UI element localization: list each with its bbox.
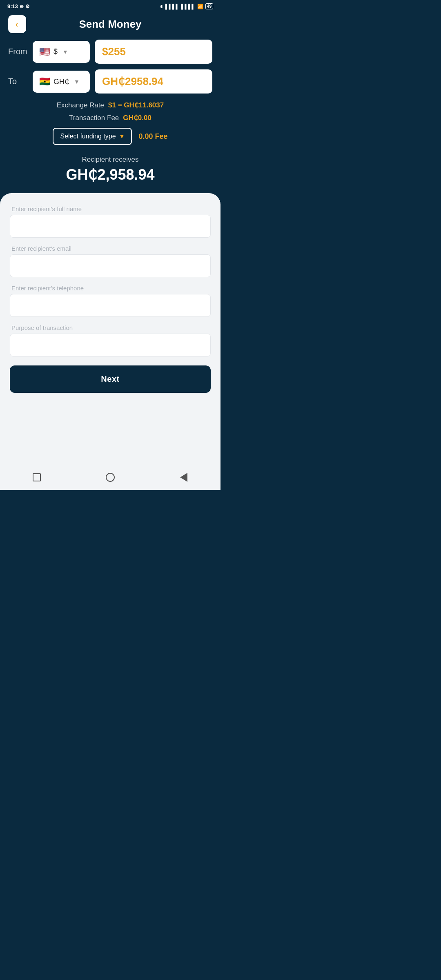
nav-back-button[interactable] bbox=[178, 472, 189, 483]
from-flag-icon: 🇺🇸 bbox=[39, 47, 50, 57]
wifi-icon: 📶 bbox=[197, 4, 203, 9]
page-title: Send Money bbox=[26, 18, 194, 31]
recipient-receives-amount: GH₵2,958.94 bbox=[8, 166, 212, 183]
to-flag-icon: 🇬🇭 bbox=[39, 76, 50, 87]
to-row: To 🇬🇭 GH₵ ▼ GH₵2958.94 bbox=[8, 69, 212, 94]
signal-icon1: ▌▌▌▌ bbox=[165, 4, 179, 9]
from-amount-value: $255 bbox=[102, 45, 126, 58]
info-section: Exchange Rate $1 = GH₵11.6037 Transactio… bbox=[0, 94, 220, 149]
recipient-receives-section: Recipient receives GH₵2,958.94 bbox=[0, 149, 220, 193]
to-dropdown-icon: ▼ bbox=[74, 78, 80, 85]
back-chevron-icon: ‹ bbox=[16, 20, 18, 29]
telephone-group: Enter recipient's telephone bbox=[10, 285, 211, 317]
currency-section: From 🇺🇸 $ ▼ $255 To 🇬🇭 GH₵ ▼ GH₵2958.94 bbox=[0, 40, 220, 94]
transaction-fee-row: Transaction Fee GH₵0.00 bbox=[69, 114, 151, 122]
app-icon: ⊕ bbox=[20, 4, 24, 9]
form-card: Enter recipient's full name Enter recipi… bbox=[0, 193, 220, 466]
to-amount-value: GH₵2958.94 bbox=[102, 75, 163, 88]
square-icon bbox=[33, 473, 41, 481]
email-group: Enter recipient's email bbox=[10, 245, 211, 277]
purpose-input[interactable] bbox=[10, 334, 211, 356]
telephone-input[interactable] bbox=[10, 294, 211, 317]
purpose-label: Purpose of transaction bbox=[10, 324, 211, 331]
full-name-label: Enter recipient's full name bbox=[10, 205, 211, 212]
full-name-group: Enter recipient's full name bbox=[10, 205, 211, 238]
exchange-rate-value: $1 = GH₵11.6037 bbox=[108, 101, 164, 109]
to-currency-code: GH₵ bbox=[53, 77, 69, 86]
funding-type-selector[interactable]: Select funding type ▼ bbox=[53, 128, 132, 145]
fee-display: 0.00 Fee bbox=[138, 132, 167, 141]
purpose-group: Purpose of transaction bbox=[10, 324, 211, 356]
to-currency-selector[interactable]: 🇬🇭 GH₵ ▼ bbox=[33, 71, 90, 93]
signal-icon2: ▌▌▌▌ bbox=[181, 4, 195, 9]
funding-type-label: Select funding type bbox=[60, 133, 116, 140]
circle-icon bbox=[106, 473, 115, 482]
funding-type-row: Select funding type ▼ 0.00 Fee bbox=[53, 128, 167, 145]
recipient-receives-label: Recipient receives bbox=[8, 156, 212, 164]
transaction-fee-label: Transaction Fee bbox=[69, 114, 119, 122]
to-amount-box: GH₵2958.94 bbox=[95, 69, 212, 94]
email-label: Enter recipient's email bbox=[10, 245, 211, 252]
exchange-rate-row: Exchange Rate $1 = GH₵11.6037 bbox=[57, 101, 164, 109]
bluetooth-icon: ∗ bbox=[159, 4, 163, 9]
status-right: ∗ ▌▌▌▌ ▌▌▌▌ 📶 49 bbox=[159, 3, 213, 9]
telephone-label: Enter recipient's telephone bbox=[10, 285, 211, 292]
to-label: To bbox=[8, 77, 28, 86]
from-dropdown-icon: ▼ bbox=[62, 49, 68, 55]
nav-home-button[interactable] bbox=[105, 472, 116, 483]
status-left: 9:13 ⊕ ⚙ bbox=[7, 3, 30, 9]
settings-icon: ⚙ bbox=[25, 4, 30, 9]
header: ‹ Send Money bbox=[0, 11, 220, 40]
battery-indicator: 49 bbox=[205, 3, 213, 9]
nav-bar bbox=[0, 466, 220, 490]
next-button[interactable]: Next bbox=[10, 365, 211, 393]
time-label: 9:13 bbox=[7, 3, 18, 9]
funding-dropdown-icon: ▼ bbox=[119, 133, 125, 140]
from-label: From bbox=[8, 47, 28, 56]
back-button[interactable]: ‹ bbox=[8, 15, 26, 33]
nav-square-button[interactable] bbox=[31, 472, 42, 483]
from-amount-box: $255 bbox=[95, 40, 212, 64]
email-input[interactable] bbox=[10, 254, 211, 277]
full-name-input[interactable] bbox=[10, 215, 211, 238]
from-currency-code: $ bbox=[53, 47, 58, 56]
exchange-rate-label: Exchange Rate bbox=[57, 101, 104, 109]
status-bar: 9:13 ⊕ ⚙ ∗ ▌▌▌▌ ▌▌▌▌ 📶 49 bbox=[0, 0, 220, 11]
transaction-fee-value: GH₵0.00 bbox=[123, 114, 151, 122]
triangle-icon bbox=[180, 473, 187, 482]
from-currency-selector[interactable]: 🇺🇸 $ ▼ bbox=[33, 41, 90, 63]
from-row: From 🇺🇸 $ ▼ $255 bbox=[8, 40, 212, 64]
